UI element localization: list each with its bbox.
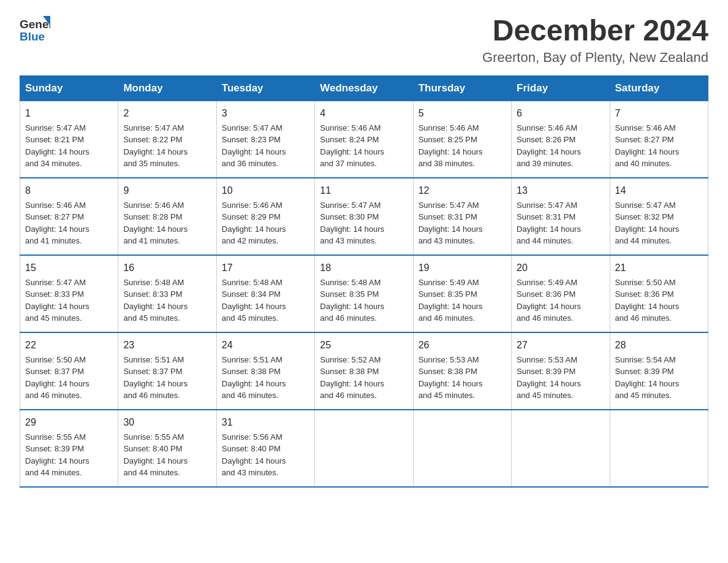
calendar-cell: 3Sunrise: 5:47 AMSunset: 8:23 PMDaylight… <box>216 101 314 178</box>
day-number: 23 <box>123 338 211 353</box>
col-saturday: Saturday <box>610 75 708 101</box>
calendar-cell: 6Sunrise: 5:46 AMSunset: 8:26 PMDaylight… <box>512 101 610 178</box>
calendar-cell: 29Sunrise: 5:55 AMSunset: 8:39 PMDayligh… <box>20 410 118 487</box>
day-info: Sunrise: 5:46 AMSunset: 8:26 PMDaylight:… <box>517 123 581 169</box>
day-info: Sunrise: 5:46 AMSunset: 8:24 PMDaylight:… <box>320 123 384 169</box>
day-number: 20 <box>517 261 604 275</box>
col-sunday: Sunday <box>20 75 118 101</box>
calendar-cell: 26Sunrise: 5:53 AMSunset: 8:38 PMDayligh… <box>413 332 511 410</box>
calendar-cell: 19Sunrise: 5:49 AMSunset: 8:35 PMDayligh… <box>413 255 511 332</box>
day-number: 9 <box>123 183 211 198</box>
svg-text:General: General <box>20 18 50 31</box>
day-number: 26 <box>419 338 506 353</box>
day-info: Sunrise: 5:56 AMSunset: 8:40 PMDaylight:… <box>222 432 286 478</box>
day-info: Sunrise: 5:54 AMSunset: 8:39 PMDaylight:… <box>615 355 680 400</box>
day-info: Sunrise: 5:46 AMSunset: 8:28 PMDaylight:… <box>123 201 188 246</box>
day-number: 6 <box>517 106 604 121</box>
calendar-cell: 23Sunrise: 5:51 AMSunset: 8:37 PMDayligh… <box>118 332 216 410</box>
calendar-cell <box>512 410 610 487</box>
day-number: 19 <box>419 261 506 275</box>
day-number: 30 <box>123 415 211 430</box>
day-number: 12 <box>419 183 506 198</box>
day-info: Sunrise: 5:48 AMSunset: 8:34 PMDaylight:… <box>222 278 286 323</box>
day-info: Sunrise: 5:53 AMSunset: 8:39 PMDaylight:… <box>517 355 581 400</box>
calendar-cell: 13Sunrise: 5:47 AMSunset: 8:31 PMDayligh… <box>512 178 610 255</box>
calendar-header: Sunday Monday Tuesday Wednesday Thursday… <box>20 75 708 101</box>
day-info: Sunrise: 5:55 AMSunset: 8:39 PMDaylight:… <box>25 432 89 478</box>
calendar-cell: 15Sunrise: 5:47 AMSunset: 8:33 PMDayligh… <box>20 255 118 332</box>
day-number: 13 <box>517 183 604 198</box>
calendar-cell: 24Sunrise: 5:51 AMSunset: 8:38 PMDayligh… <box>216 332 314 410</box>
calendar-cell: 31Sunrise: 5:56 AMSunset: 8:40 PMDayligh… <box>216 410 314 487</box>
calendar-cell: 20Sunrise: 5:49 AMSunset: 8:36 PMDayligh… <box>512 255 610 332</box>
day-info: Sunrise: 5:50 AMSunset: 8:36 PMDaylight:… <box>615 278 680 323</box>
calendar-cell: 28Sunrise: 5:54 AMSunset: 8:39 PMDayligh… <box>610 332 708 410</box>
calendar-cell: 2Sunrise: 5:47 AMSunset: 8:22 PMDaylight… <box>118 101 216 178</box>
calendar-cell <box>413 410 511 487</box>
calendar-cell: 8Sunrise: 5:46 AMSunset: 8:27 PMDaylight… <box>20 178 118 255</box>
day-info: Sunrise: 5:52 AMSunset: 8:38 PMDaylight:… <box>320 355 384 400</box>
day-info: Sunrise: 5:48 AMSunset: 8:33 PMDaylight:… <box>123 278 188 323</box>
day-info: Sunrise: 5:46 AMSunset: 8:27 PMDaylight:… <box>615 123 680 169</box>
day-info: Sunrise: 5:50 AMSunset: 8:37 PMDaylight:… <box>25 355 89 400</box>
calendar-week-2: 8Sunrise: 5:46 AMSunset: 8:27 PMDaylight… <box>20 178 708 255</box>
day-info: Sunrise: 5:49 AMSunset: 8:35 PMDaylight:… <box>419 278 483 323</box>
day-number: 3 <box>222 106 309 121</box>
calendar-cell: 7Sunrise: 5:46 AMSunset: 8:27 PMDaylight… <box>610 101 708 178</box>
day-number: 22 <box>25 338 113 353</box>
day-info: Sunrise: 5:46 AMSunset: 8:27 PMDaylight:… <box>25 201 89 246</box>
calendar-cell: 10Sunrise: 5:46 AMSunset: 8:29 PMDayligh… <box>216 178 314 255</box>
day-info: Sunrise: 5:53 AMSunset: 8:38 PMDaylight:… <box>419 355 483 400</box>
day-info: Sunrise: 5:47 AMSunset: 8:23 PMDaylight:… <box>222 123 286 169</box>
day-number: 29 <box>25 415 113 430</box>
logo-icon: General Blue <box>20 15 50 42</box>
calendar-table: Sunday Monday Tuesday Wednesday Thursday… <box>20 75 708 488</box>
calendar-cell: 12Sunrise: 5:47 AMSunset: 8:31 PMDayligh… <box>413 178 511 255</box>
col-wednesday: Wednesday <box>315 75 413 101</box>
day-info: Sunrise: 5:51 AMSunset: 8:38 PMDaylight:… <box>222 355 286 400</box>
day-info: Sunrise: 5:47 AMSunset: 8:32 PMDaylight:… <box>615 201 680 246</box>
calendar-cell: 5Sunrise: 5:46 AMSunset: 8:25 PMDaylight… <box>413 101 511 178</box>
day-info: Sunrise: 5:47 AMSunset: 8:21 PMDaylight:… <box>25 123 89 169</box>
day-number: 14 <box>615 183 703 198</box>
day-number: 31 <box>222 415 309 430</box>
day-number: 18 <box>320 261 408 275</box>
calendar-week-3: 15Sunrise: 5:47 AMSunset: 8:33 PMDayligh… <box>20 255 708 332</box>
day-info: Sunrise: 5:55 AMSunset: 8:40 PMDaylight:… <box>123 432 188 478</box>
day-number: 21 <box>615 261 703 275</box>
calendar-cell: 22Sunrise: 5:50 AMSunset: 8:37 PMDayligh… <box>20 332 118 410</box>
day-info: Sunrise: 5:51 AMSunset: 8:37 PMDaylight:… <box>123 355 188 400</box>
col-friday: Friday <box>512 75 610 101</box>
day-number: 1 <box>25 106 113 121</box>
day-number: 28 <box>615 338 703 353</box>
day-number: 16 <box>123 261 211 275</box>
calendar-cell: 16Sunrise: 5:48 AMSunset: 8:33 PMDayligh… <box>118 255 216 332</box>
day-number: 5 <box>419 106 506 121</box>
calendar-cell: 21Sunrise: 5:50 AMSunset: 8:36 PMDayligh… <box>610 255 708 332</box>
day-number: 27 <box>517 338 604 353</box>
page-header: General Blue December 2024 Greerton, Bay… <box>20 15 708 66</box>
page-subtitle: Greerton, Bay of Plenty, New Zealand <box>482 50 708 66</box>
day-number: 10 <box>222 183 309 198</box>
day-info: Sunrise: 5:47 AMSunset: 8:31 PMDaylight:… <box>419 201 483 246</box>
calendar-cell: 4Sunrise: 5:46 AMSunset: 8:24 PMDaylight… <box>315 101 413 178</box>
day-number: 15 <box>25 261 113 275</box>
col-tuesday: Tuesday <box>216 75 314 101</box>
calendar-cell: 1Sunrise: 5:47 AMSunset: 8:21 PMDaylight… <box>20 101 118 178</box>
day-info: Sunrise: 5:49 AMSunset: 8:36 PMDaylight:… <box>517 278 581 323</box>
day-number: 4 <box>320 106 408 121</box>
calendar-cell <box>610 410 708 487</box>
calendar-week-1: 1Sunrise: 5:47 AMSunset: 8:21 PMDaylight… <box>20 101 708 178</box>
calendar-body: 1Sunrise: 5:47 AMSunset: 8:21 PMDaylight… <box>20 101 708 487</box>
calendar-cell: 18Sunrise: 5:48 AMSunset: 8:35 PMDayligh… <box>315 255 413 332</box>
calendar-cell: 14Sunrise: 5:47 AMSunset: 8:32 PMDayligh… <box>610 178 708 255</box>
calendar-cell: 25Sunrise: 5:52 AMSunset: 8:38 PMDayligh… <box>315 332 413 410</box>
day-number: 25 <box>320 338 408 353</box>
title-block: December 2024 Greerton, Bay of Plenty, N… <box>482 15 708 66</box>
day-info: Sunrise: 5:47 AMSunset: 8:30 PMDaylight:… <box>320 201 384 246</box>
day-info: Sunrise: 5:48 AMSunset: 8:35 PMDaylight:… <box>320 278 384 323</box>
calendar-cell: 11Sunrise: 5:47 AMSunset: 8:30 PMDayligh… <box>315 178 413 255</box>
calendar-cell: 30Sunrise: 5:55 AMSunset: 8:40 PMDayligh… <box>118 410 216 487</box>
calendar-week-4: 22Sunrise: 5:50 AMSunset: 8:37 PMDayligh… <box>20 332 708 410</box>
logo: General Blue <box>20 15 51 42</box>
